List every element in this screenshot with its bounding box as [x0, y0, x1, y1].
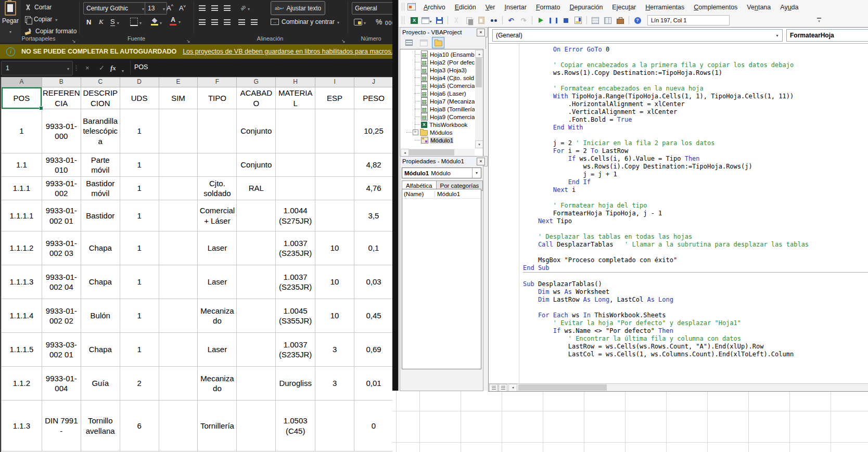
cell[interactable]: Laser [198, 333, 237, 367]
column-header[interactable]: D [120, 78, 159, 87]
cell[interactable]: Tornillo avellana [81, 401, 120, 451]
cell[interactable]: Barandilla telescópica [81, 109, 120, 153]
cell[interactable]: 0,1 [354, 231, 393, 265]
cell[interactable]: 4,82 [354, 153, 393, 177]
merge-center-button[interactable]: Combinar y centrar [271, 16, 339, 28]
project-tree-item[interactable]: Módulo1 [401, 136, 475, 144]
cell[interactable]: 9933-01-002 04 [42, 265, 81, 299]
project-tree-item[interactable]: Hoja4 (Cjto. sold [401, 74, 475, 82]
cell[interactable]: 1 [120, 177, 159, 200]
cell[interactable]: 9933-01-000 [42, 109, 81, 153]
dialog-launcher-icon[interactable] [72, 35, 78, 42]
align-middle-button[interactable] [211, 2, 218, 14]
cell[interactable]: 1.1.1.5 [2, 333, 42, 367]
insert-object-button[interactable] [421, 16, 432, 25]
project-tree-item[interactable]: Hoja5 (Comercia [401, 82, 475, 89]
cell[interactable]: ESP [315, 87, 354, 109]
code-editor[interactable]: On Error GoTo 0 ' Copiar encabezados a l… [489, 44, 868, 384]
cell[interactable]: 3 [315, 333, 354, 367]
cell[interactable] [237, 200, 276, 231]
cell[interactable]: Conjunto [237, 153, 276, 177]
cell[interactable]: 3 [315, 367, 354, 401]
cell[interactable]: 1.0037 (S235JR) [276, 333, 315, 367]
vertical-scrollbar[interactable]: ▴ ▾ [475, 50, 482, 148]
cell[interactable]: Mecanizado [198, 299, 237, 333]
cell[interactable]: Bulón [81, 299, 120, 333]
toolbar-grip[interactable] [402, 16, 404, 24]
scroll-left-icon[interactable]: ◂ [401, 149, 409, 157]
italic-button[interactable]: K [99, 16, 104, 28]
toolbar-grip[interactable] [402, 3, 404, 11]
cell[interactable]: 1.0503 (C45) [276, 401, 315, 451]
column-header[interactable]: E [159, 78, 198, 87]
cell[interactable]: 3,5 [354, 200, 393, 231]
cell[interactable]: 10 [315, 265, 354, 299]
cell[interactable] [315, 401, 354, 451]
cell[interactable] [159, 231, 198, 265]
underline-button[interactable]: S [110, 16, 119, 28]
cell[interactable]: Chapa [81, 231, 120, 265]
cell[interactable]: REFERENCIA [42, 87, 81, 109]
cell[interactable]: 1.0037 (S235JR) [276, 265, 315, 299]
collapse-icon[interactable]: − [413, 130, 418, 135]
cell[interactable]: 9933-01-004 [42, 367, 81, 401]
column-header[interactable]: C [81, 78, 120, 87]
align-center-button[interactable] [211, 16, 218, 28]
cell[interactable] [159, 200, 198, 231]
column-header[interactable]: J [354, 78, 393, 87]
insert-function-button[interactable]: fx [110, 64, 116, 72]
break-button[interactable] [547, 16, 559, 25]
copy-button[interactable]: Copiar [25, 15, 57, 24]
scrollbar-thumb[interactable] [409, 149, 454, 156]
project-tree-item[interactable]: Hoja8 (Tornillería [401, 105, 475, 113]
cell[interactable]: DIN 7991 - [42, 401, 81, 451]
cell[interactable]: Bastidor móvil [81, 177, 120, 200]
code-horizontal-scrollbar[interactable]: ◂ [489, 383, 868, 391]
object-dropdown[interactable]: (General) [492, 29, 783, 42]
cell[interactable]: 1 [2, 109, 42, 153]
cell[interactable] [159, 401, 198, 451]
cell[interactable]: 1.1.1.3 [2, 265, 42, 299]
cut-button[interactable]: Cortar [25, 3, 52, 12]
run-button[interactable] [535, 16, 546, 25]
menu-item[interactable]: Edición [450, 4, 481, 11]
cell[interactable]: MATERIAL [276, 87, 315, 109]
cell[interactable]: 1.0037 (S235JR) [276, 231, 315, 265]
cell[interactable]: 1 [120, 265, 159, 299]
cell[interactable] [237, 401, 276, 451]
cell[interactable]: 1.1.1.2 [2, 231, 42, 265]
property-row[interactable]: (Name)Módulo1 [402, 189, 481, 199]
cell[interactable]: 1 [120, 200, 159, 231]
cell[interactable]: PESO [354, 87, 393, 109]
menu-item[interactable]: Ejecutar [607, 4, 641, 11]
font-name-combo[interactable]: Century Gothic [83, 2, 146, 15]
cell[interactable]: Cjto. soldado [198, 177, 237, 200]
cell[interactable] [276, 153, 315, 177]
cell[interactable] [237, 265, 276, 299]
number-format-combo[interactable]: General [352, 2, 392, 15]
cell[interactable] [159, 109, 198, 153]
cell[interactable]: 0,69 [354, 333, 393, 367]
align-top-button[interactable] [199, 2, 206, 14]
accounting-format-button[interactable] [354, 16, 366, 28]
grow-font-button[interactable] [167, 2, 173, 14]
project-tree-item[interactable]: Hoja3 (Hoja3) [401, 66, 475, 74]
font-color-button[interactable]: A [170, 15, 181, 27]
enter-icon[interactable]: ✓ [99, 64, 105, 72]
cell[interactable] [159, 299, 198, 333]
view-excel-button[interactable] [409, 16, 420, 25]
cell[interactable] [237, 333, 276, 367]
cell[interactable] [198, 109, 237, 153]
object-combo[interactable]: Módulo1 Módulo [402, 167, 481, 178]
cell[interactable]: 1 [120, 109, 159, 153]
cell[interactable] [315, 177, 354, 200]
cell[interactable]: 1.1.2 [2, 367, 42, 401]
menu-item[interactable]: Insertar [500, 4, 531, 11]
dialog-launcher-icon[interactable] [341, 35, 348, 42]
cell[interactable]: RAL [237, 177, 276, 200]
cell[interactable]: 1 [120, 231, 159, 265]
cell[interactable] [315, 153, 354, 177]
design-mode-button[interactable] [572, 16, 584, 25]
view-object-button[interactable] [417, 37, 430, 48]
cell[interactable]: 1.0045 (S355JR) [276, 299, 315, 333]
